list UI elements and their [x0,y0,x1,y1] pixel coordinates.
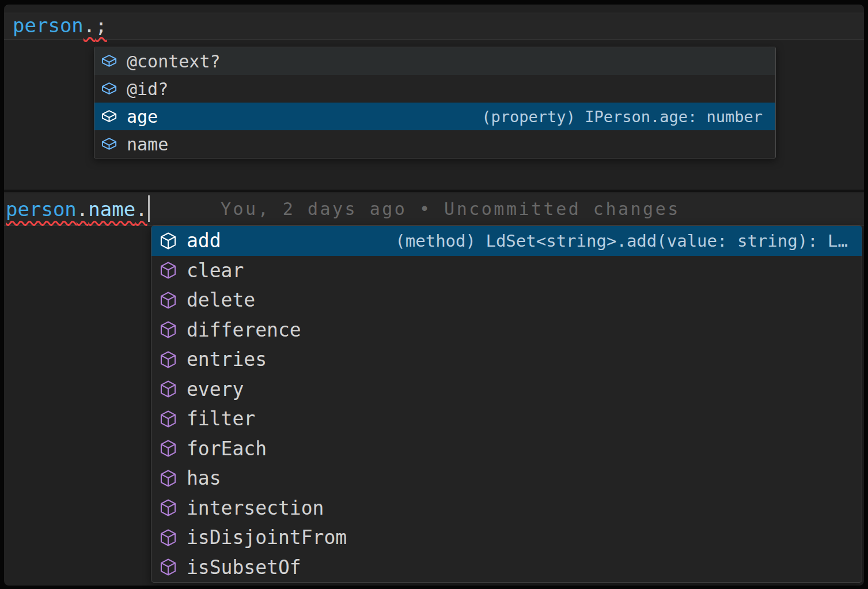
suggestion-item-clear[interactable]: clear [151,256,862,286]
code-token-dot: . [84,14,95,37]
suggestion-label: isDisjointFrom [187,526,347,549]
suggestion-detail: (property) IPerson.age: number [482,108,763,126]
symbol-method-icon [158,469,178,488]
suggestion-label: age [127,107,158,127]
symbol-method-icon [158,260,178,280]
vscode-editor-screenshot: person.; @context?@id?age(property) IPer… [0,0,868,589]
symbol-method-icon [158,439,178,458]
suggestion-item-difference[interactable]: difference [151,315,862,345]
suggestion-label: delete [187,289,255,311]
section-divider [4,190,864,192]
suggestion-label: forEach [187,437,267,460]
suggestion-label: entries [187,348,267,371]
symbol-field-icon [100,52,118,70]
suggestion-label: has [187,467,221,489]
suggestion-label: @id? [127,79,168,99]
suggestion-item-has[interactable]: has [151,463,862,493]
symbol-method-icon [158,320,178,339]
suggestion-label: difference [187,319,301,341]
suggestion-item-intersection[interactable]: intersection [151,493,862,523]
symbol-method-icon [158,557,178,577]
symbol-method-icon [158,231,178,251]
code-line-1[interactable]: person.; [13,13,107,39]
suggestion-label: add [187,229,221,252]
suggestion-label: clear [187,259,244,282]
text-cursor-caret [148,195,150,222]
current-line-highlight [4,13,864,40]
suggestion-item-foreach[interactable]: forEach [151,434,862,464]
suggestion-item--context-[interactable]: @context? [94,47,775,75]
code-token-person: person [6,198,77,221]
suggestion-label: name [127,134,168,154]
symbol-method-icon [158,528,178,548]
symbol-field-icon [100,135,118,153]
suggestion-label: filter [187,407,255,430]
code-editor[interactable]: person.; @context?@id?age(property) IPer… [4,5,864,586]
suggestion-item-filter[interactable]: filter [151,404,862,434]
suggestion-label: isSubsetOf [187,556,301,579]
suggestion-detail: (method) LdSet<string>.add(value: string… [395,231,848,251]
code-token-dot: . [77,198,88,221]
suggestion-item--id-[interactable]: @id? [94,75,775,103]
suggestion-label: @context? [127,51,221,71]
suggestion-item-entries[interactable]: entries [151,345,862,375]
symbol-method-icon [158,379,178,399]
suggestion-label: intersection [187,497,324,519]
code-token-trailing-dot: . [135,198,147,221]
symbol-method-icon [158,498,178,518]
suggestion-item-isdisjointfrom[interactable]: isDisjointFrom [151,523,862,553]
symbol-field-icon [100,108,118,126]
code-line-2[interactable]: person.name. [6,194,150,225]
symbol-method-icon [158,290,178,310]
suggestion-item-add[interactable]: add(method) LdSet<string>.add(value: str… [151,226,862,256]
suggest-widget-bottom: add(method) LdSet<string>.add(value: str… [151,225,862,583]
symbol-field-icon [100,80,118,98]
suggestion-item-delete[interactable]: delete [151,285,862,315]
symbol-method-icon [158,409,178,429]
suggestion-item-issubsetof[interactable]: isSubsetOf [151,553,862,583]
code-token-semicolon: ; [95,14,107,37]
git-blame-annotation: You, 2 days ago • Uncommitted changes [221,194,680,225]
suggestion-item-age[interactable]: age(property) IPerson.age: number [94,103,775,130]
suggestion-item-every[interactable]: every [151,375,862,405]
code-token-person: person [13,14,84,37]
suggestion-label: every [187,378,244,401]
suggestion-item-name[interactable]: name [94,130,775,158]
symbol-method-icon [158,350,178,369]
code-token-name: name [88,198,135,221]
suggest-widget-top: @context?@id?age(property) IPerson.age: … [94,47,776,158]
